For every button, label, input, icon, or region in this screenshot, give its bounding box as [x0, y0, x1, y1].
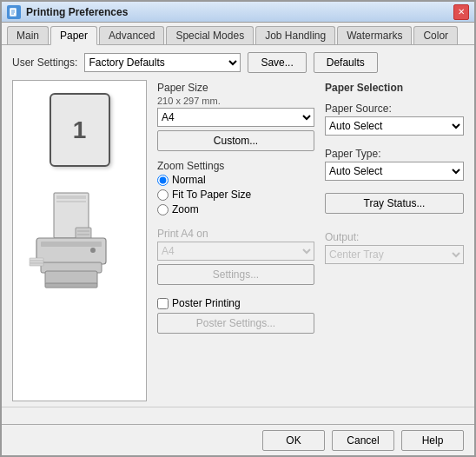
help-button[interactable]: Help [401, 430, 464, 451]
zoom-section: Zoom Settings Normal Fit To Paper Size Z… [157, 160, 314, 215]
right-panel: Paper Selection Paper Source: Auto Selec… [325, 80, 464, 401]
save-button[interactable]: Save... [248, 52, 306, 73]
svg-rect-15 [45, 283, 97, 288]
poster-section: Poster Printing Poster Settings... [157, 294, 314, 334]
title-bar: Printing Preferences ✕ [2, 2, 474, 23]
zoom-zoom-radio[interactable] [157, 204, 169, 215]
paper-size-section: Paper Size 210 x 297 mm. A4 Custom... [157, 82, 314, 151]
svg-point-12 [90, 248, 96, 253]
printer-preview: 1 [12, 80, 147, 401]
zoom-settings-button[interactable]: Settings... [157, 264, 314, 285]
tab-color[interactable]: Color [413, 26, 458, 44]
tab-special-modes[interactable]: Special Modes [166, 26, 254, 44]
poster-checkbox-row: Poster Printing [157, 297, 314, 309]
zoom-label: Zoom Settings [157, 160, 314, 172]
paper-selection-label: Paper Selection [325, 82, 464, 94]
zoom-fit-row: Fit To Paper Size [157, 189, 314, 201]
tab-job-handling[interactable]: Job Handling [255, 26, 335, 44]
svg-rect-16 [30, 258, 43, 261]
paper-size-label: Paper Size [157, 82, 314, 94]
paper-type-label: Paper Type: [325, 148, 464, 160]
paper-type-section: Paper Type: Auto Select [325, 144, 464, 181]
ok-button[interactable]: OK [262, 430, 325, 451]
svg-rect-17 [30, 261, 43, 263]
svg-rect-8 [77, 230, 89, 232]
output-section: Output: Center Tray [325, 228, 464, 264]
tab-paper[interactable]: Paper [50, 26, 97, 45]
cancel-button[interactable]: Cancel [332, 430, 394, 451]
zoom-normal-row: Normal [157, 174, 314, 186]
output-label: Output: [325, 231, 464, 243]
print-a4-section: Print A4 on A4 Settings... [157, 224, 314, 285]
paper-type-select[interactable]: Auto Select [325, 162, 464, 181]
poster-label: Poster Printing [172, 297, 241, 309]
paper-source-section: Paper Source: Auto Select [325, 99, 464, 136]
tabs-container: Main Paper Advanced Special Modes Job Ha… [2, 23, 474, 45]
status-bar [2, 407, 474, 424]
window-icon [7, 5, 21, 19]
print-a4-select[interactable]: A4 [157, 242, 314, 261]
tab-main[interactable]: Main [7, 26, 49, 44]
poster-checkbox[interactable] [157, 298, 169, 309]
svg-rect-5 [56, 195, 86, 199]
zoom-zoom-label: Zoom [172, 203, 199, 215]
zoom-zoom-row: Zoom [157, 203, 314, 215]
defaults-button[interactable]: Defaults [314, 52, 378, 73]
tray-status-button[interactable]: Tray Status... [325, 193, 464, 214]
zoom-fit-label: Fit To Paper Size [172, 189, 251, 201]
window: Printing Preferences ✕ Main Paper Advanc… [0, 0, 476, 457]
output-select[interactable]: Center Tray [325, 245, 464, 264]
tab-watermarks[interactable]: Watermarks [337, 26, 412, 44]
custom-button[interactable]: Custom... [157, 130, 314, 151]
printer-svg-icon [28, 176, 132, 288]
svg-rect-6 [56, 201, 86, 202]
paper-size-dims: 210 x 297 mm. [157, 96, 314, 106]
svg-rect-18 [30, 263, 43, 266]
user-settings-select[interactable]: Factory Defaults [84, 53, 241, 72]
printer-illustration [23, 176, 136, 288]
zoom-normal-label: Normal [172, 174, 206, 186]
bottom-bar: OK Cancel Help [2, 424, 474, 455]
poster-settings-button[interactable]: Poster Settings... [157, 313, 314, 334]
user-settings-label: User Settings: [12, 56, 77, 69]
user-settings-row: User Settings: Factory Defaults Save... … [2, 45, 474, 80]
paper-size-select[interactable]: A4 [157, 108, 314, 127]
main-content: 1 [2, 80, 474, 407]
paper-source-select[interactable]: Auto Select [325, 116, 464, 136]
paper-source-label: Paper Source: [325, 103, 464, 115]
zoom-fit-radio[interactable] [157, 189, 169, 201]
page-preview: 1 [50, 93, 110, 167]
zoom-options: Normal Fit To Paper Size Zoom [157, 174, 314, 215]
zoom-normal-radio[interactable] [157, 175, 169, 186]
print-a4-label: Print A4 on [157, 228, 314, 240]
tab-advanced[interactable]: Advanced [99, 26, 164, 44]
svg-rect-9 [77, 234, 89, 235]
window-title: Printing Preferences [26, 6, 453, 18]
close-button[interactable]: ✕ [453, 4, 469, 20]
svg-rect-11 [41, 242, 102, 247]
middle-panel: Paper Size 210 x 297 mm. A4 Custom... Zo… [157, 80, 314, 401]
